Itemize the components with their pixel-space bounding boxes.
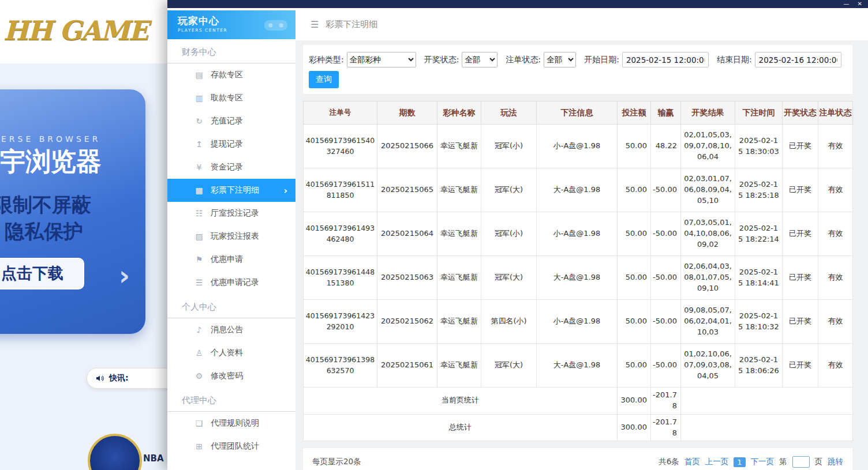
- cell-play-method: 第四名(小): [481, 300, 537, 344]
- sidebar-item-agent-rules[interactable]: ❏ 代理规则说明: [167, 412, 295, 435]
- end-date-input[interactable]: [755, 52, 841, 67]
- first-page-link[interactable]: 首页: [684, 457, 700, 467]
- cell-win-loss: -50.00: [651, 168, 681, 212]
- sidebar-item-profile[interactable]: ♙ 个人资料: [167, 341, 295, 364]
- draw-status-select[interactable]: 全部: [462, 52, 497, 67]
- section-title-personal: 个人中心: [167, 294, 295, 318]
- sidebar-item-label: 提现记录: [211, 139, 243, 149]
- sidebar-item-withdrawal-records[interactable]: ↥ 提现记录: [167, 133, 295, 156]
- cell-period: 20250215062: [377, 300, 437, 344]
- query-button[interactable]: 查询: [309, 71, 339, 88]
- speaker-icon: [95, 374, 104, 383]
- total-summary-label: 总统计: [304, 414, 618, 441]
- cell-bet-info: 大-A盘@1.98: [537, 344, 618, 388]
- section-title-finance: 财务中心: [167, 39, 295, 63]
- sidebar-item-label: 代理团队统计: [211, 441, 259, 452]
- content-toolbar: ☰ 彩票下注明细: [295, 8, 868, 40]
- page-size-text: 每页显示20条: [312, 457, 361, 467]
- next-page-link[interactable]: 下一页: [751, 457, 775, 467]
- total-summary-row: 总统计 300.00 -201.78: [304, 414, 853, 441]
- sidebar-item-label: 彩票下注明细: [211, 185, 259, 195]
- sidebar-item-recharge-records[interactable]: ↻ 充值记录: [167, 110, 295, 133]
- sidebar-item-label: 个人资料: [211, 348, 243, 358]
- sidebar-item-agent-team-stats[interactable]: ⊞ 代理团队统计: [167, 435, 295, 458]
- sidebar-item-withdraw[interactable]: ▥ 取款专区: [167, 87, 295, 110]
- sidebar-item-change-password[interactable]: ⚙ 修改密码: [167, 364, 295, 388]
- cell-bet-time: 2025-02-15 18:10:32: [735, 300, 783, 344]
- cell-bet-status: 有效: [818, 212, 853, 256]
- header-play-method: 玩法: [481, 101, 537, 125]
- cell-draw-status: 已开奖: [783, 256, 818, 300]
- section-title-agent: 代理中心: [167, 388, 295, 412]
- cell-draw-result: 01,02,10,06,07,09,03,08,04,05: [681, 344, 735, 388]
- total-count-text: 共6条: [659, 457, 679, 467]
- sidebar-item-funds-records[interactable]: ¥ 资金记录: [167, 156, 295, 179]
- cell-bet-status: 有效: [818, 344, 853, 388]
- cell-draw-status: 已开奖: [783, 344, 818, 388]
- cell-bet-info: 大-A盘@1.98: [537, 256, 618, 300]
- cell-lottery-name: 幸运飞艇新: [437, 256, 481, 300]
- page-jump-input[interactable]: [792, 456, 810, 468]
- filter-panel: 彩种类型: 全部彩种 开奖状态: 全部 注单状态: 全部 开始日期:: [303, 45, 852, 94]
- funds-record-icon: ¥: [193, 163, 205, 172]
- cell-draw-result: 07,03,05,01,04,10,08,06,09,02: [681, 212, 735, 256]
- sidebar: 玩家中心 PLAYERS CENTER 财务中心 ▤ 存款专区 ▥ 取款专区 ↻…: [167, 8, 295, 470]
- cell-bet-time: 2025-02-15 18:06:26: [735, 344, 783, 388]
- lottery-type-label: 彩种类型:: [309, 55, 344, 65]
- prev-page-link[interactable]: 上一页: [705, 457, 729, 467]
- download-button[interactable]: 点击下载: [0, 258, 84, 289]
- document-icon: ❏: [193, 419, 205, 428]
- cell-play-method: 冠军(大): [481, 168, 537, 212]
- start-date-input[interactable]: [622, 52, 709, 67]
- sidebar-item-label: 优惠申请记录: [211, 277, 259, 288]
- sidebar-item-label: 充值记录: [211, 116, 243, 126]
- sidebar-item-deposit[interactable]: ▤ 存款专区: [167, 63, 295, 87]
- sidebar-item-promo-apply-records[interactable]: ☰ 优惠申请记录: [167, 271, 295, 294]
- recharge-record-icon: ↻: [193, 116, 205, 126]
- current-page-badge[interactable]: 1: [734, 457, 745, 467]
- background-page: HH GAME ERSE BROWSER 宇浏览器 限制不屏蔽 隐私保护 点击下…: [0, 0, 167, 470]
- cell-draw-result: 02,03,01,07,06,08,09,04,05,10: [681, 168, 735, 212]
- table-header-row: 注单号 期数 彩种名称 玩法 下注信息 投注额 输赢 开奖结果 下注时间 开奖状…: [304, 101, 853, 125]
- total-summary-win-total: -201.78: [651, 414, 681, 441]
- cell-draw-status: 已开奖: [783, 168, 818, 212]
- menu-toggle-icon[interactable]: ☰: [310, 19, 319, 30]
- page-summary-bet-total: 300.00: [618, 388, 651, 415]
- news-ticker: 快讯:: [87, 368, 167, 389]
- cell-win-loss: 48.22: [651, 125, 681, 168]
- cell-draw-status: 已开奖: [783, 212, 818, 256]
- sidebar-item-label: 修改密码: [211, 371, 243, 381]
- jump-button[interactable]: 跳转: [828, 457, 843, 467]
- cell-bet-time: 2025-02-15 18:30:03: [735, 125, 783, 168]
- page-summary-row: 当前页统计 300.00 -201.78: [304, 388, 853, 415]
- cell-draw-result: 02,06,04,03,08,01,07,05,09,10: [681, 256, 735, 300]
- page-summary-filler: [681, 388, 853, 415]
- lottery-type-select[interactable]: 全部彩种: [347, 52, 416, 67]
- cell-draw-status: 已开奖: [783, 300, 818, 344]
- stats-icon: ⊞: [193, 442, 205, 451]
- site-header: HH GAME: [0, 0, 167, 63]
- cell-draw-status: 已开奖: [783, 125, 818, 168]
- sidebar-item-player-bet-report[interactable]: ▨ 玩家投注报表: [167, 225, 295, 248]
- cell-period: 20250215063: [377, 256, 437, 300]
- header-win-loss: 输赢: [651, 101, 681, 125]
- sidebar-item-messages[interactable]: ♪ 消息公告: [167, 318, 295, 341]
- sidebar-item-label: 厅室投注记录: [211, 208, 259, 219]
- chevron-right-icon: ›: [119, 260, 130, 291]
- cell-win-loss: -50.00: [651, 256, 681, 300]
- sidebar-item-hall-bet-records[interactable]: ☷ 厅室投注记录: [167, 202, 295, 225]
- minimize-button[interactable]: —: [844, 0, 850, 8]
- cell-bet-amount: 50.00: [618, 125, 651, 168]
- report-icon: ▨: [193, 232, 205, 241]
- header-bet-time: 下注时间: [735, 101, 783, 125]
- sidebar-item-label: 代理规则说明: [211, 418, 259, 428]
- bet-status-select[interactable]: 全部: [544, 52, 576, 67]
- sidebar-item-promo-apply[interactable]: ⚑ 优惠申请: [167, 248, 295, 271]
- close-button[interactable]: ✕: [858, 0, 862, 8]
- promo-icon: ⚑: [193, 255, 205, 264]
- sidebar-item-lottery-bet-details[interactable]: ▦ 彩票下注明细 ›: [167, 179, 295, 202]
- cell-bet-no: 401569173961423292010: [304, 300, 377, 344]
- cell-bet-status: 有效: [818, 168, 853, 212]
- window-controls: — ✕: [844, 0, 862, 8]
- cell-bet-amount: 50.00: [618, 256, 651, 300]
